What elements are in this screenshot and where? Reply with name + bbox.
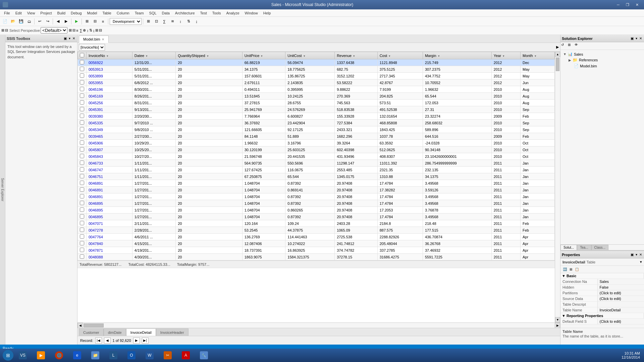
- props-value-defaultfield[interactable]: (Click to edit): [597, 319, 644, 324]
- table-row[interactable]: 00478714/19/201...2018.73739116.86392537…: [78, 247, 555, 254]
- table-row[interactable]: 00472782/28/201...2053.254544.378751065.…: [78, 227, 555, 234]
- tab-customer[interactable]: Customer: [79, 328, 104, 336]
- row-checkbox[interactable]: [80, 234, 84, 239]
- forward-btn[interactable]: ▶: [62, 18, 70, 25]
- t2-btn-10[interactable]: ⊟: [99, 28, 102, 33]
- row-checkbox[interactable]: [80, 73, 84, 78]
- row-checkbox[interactable]: [80, 67, 84, 71]
- taskbar-ssms-app[interactable]: ✂: [161, 350, 178, 361]
- t2-btn-7[interactable]: ⇅: [89, 28, 92, 33]
- row-checkbox[interactable]: [80, 114, 84, 118]
- table-row[interactable]: 00453919/13/201...2025.94176924.57626951…: [78, 106, 555, 113]
- props-value-connection[interactable]: Sales: [597, 279, 644, 285]
- new-project-btn[interactable]: 📄: [1, 18, 9, 25]
- row-checkbox[interactable]: [80, 254, 84, 259]
- table-row[interactable]: 00480884/30/201...201863.90751584.321375…: [78, 254, 555, 260]
- row-checkbox[interactable]: [80, 187, 84, 192]
- menu-file[interactable]: File: [1, 10, 13, 16]
- table-row[interactable]: 00393802/20/200...207.7669646.600827155.…: [78, 113, 555, 120]
- row-checkbox[interactable]: [80, 221, 84, 225]
- th-unitprice[interactable]: UnitPrice ▾: [242, 52, 285, 59]
- first-record-btn[interactable]: |◀: [95, 338, 102, 344]
- props-close-btn[interactable]: ✕: [639, 253, 643, 256]
- th-month[interactable]: Month ▾: [520, 52, 554, 59]
- save-all-btn[interactable]: 🗂: [25, 18, 33, 25]
- filter-up-icon[interactable]: ▾: [261, 54, 263, 58]
- props-sort-alpha-btn[interactable]: 🔤: [562, 267, 568, 271]
- th-year[interactable]: Year ▾: [491, 52, 520, 59]
- row-checkbox[interactable]: [80, 194, 84, 198]
- horizontal-scrollbar[interactable]: ◀ ▶: [77, 322, 560, 328]
- toolbar-more-2[interactable]: ⊡: [153, 18, 160, 25]
- menu-column[interactable]: Column: [114, 10, 132, 16]
- toolbar-more-1[interactable]: ⊞: [145, 18, 152, 25]
- ssis-dropdown-btn[interactable]: ▾: [68, 37, 71, 40]
- menu-edit[interactable]: Edit: [13, 10, 24, 16]
- open-btn[interactable]: 📂: [9, 18, 17, 25]
- th-margin[interactable]: Margin ▾: [423, 52, 491, 59]
- props-value-sourcedata[interactable]: (Click to edit): [597, 296, 644, 302]
- taskbar-lync-app[interactable]: L: [107, 350, 123, 361]
- th-invoiceno[interactable]: InvoiceNo ▾: [87, 52, 132, 59]
- menu-debug[interactable]: Debug: [68, 10, 84, 16]
- undo-btn[interactable]: ↩: [36, 18, 43, 25]
- menu-team[interactable]: Team: [132, 10, 147, 16]
- table-selector[interactable]: [InvoiceNo]: [79, 44, 105, 51]
- t2-btn-6[interactable]: ↕: [87, 28, 89, 33]
- sol-item-model-bim[interactable]: 📄 Model.bim: [573, 63, 643, 69]
- table-row[interactable]: 00477644/6/2011 ...20136.2769114.4414632…: [78, 234, 555, 240]
- row-checkbox[interactable]: [80, 134, 84, 138]
- row-checkbox[interactable]: [80, 80, 84, 84]
- server-explorer-tab[interactable]: Server Explorer: [0, 35, 5, 345]
- table-row[interactable]: 00467331/11/201...20564.90735550.5696112…: [78, 160, 555, 167]
- row-checkbox[interactable]: [80, 214, 84, 219]
- props-value-hidden[interactable]: False: [597, 285, 644, 290]
- menu-architecture[interactable]: Architecture: [172, 10, 198, 16]
- props-sort-cat-btn[interactable]: ⊞: [569, 267, 573, 271]
- row-checkbox[interactable]: [80, 201, 84, 205]
- row-checkbox[interactable]: [80, 120, 84, 125]
- scroll-track[interactable]: [555, 57, 560, 317]
- t2-btn-2[interactable]: ⊟: [72, 28, 75, 33]
- table-row[interactable]: 00468911/27/201...201.0487040.8739220.97…: [78, 180, 555, 187]
- row-checkbox[interactable]: [80, 248, 84, 252]
- row-checkbox[interactable]: [80, 228, 84, 232]
- row-checkbox[interactable]: [80, 207, 84, 212]
- t2-btn-9[interactable]: ⊞: [95, 28, 98, 33]
- filter-year-icon[interactable]: ▾: [503, 54, 504, 58]
- scroll-left-btn[interactable]: ◀: [77, 323, 83, 328]
- table-row[interactable]: 005692212/31/20...2066.8821956.094741337…: [78, 59, 555, 66]
- table-row[interactable]: 00468911/27/201...201.0487040.8739220.97…: [78, 193, 555, 200]
- taskbar-media-app[interactable]: ▶: [34, 350, 51, 361]
- taskbar-outlook-app[interactable]: O: [125, 350, 142, 361]
- start-button[interactable]: ⊞: [1, 349, 15, 361]
- row-checkbox[interactable]: [80, 154, 84, 158]
- tab-solution-explorer[interactable]: Solut...: [560, 245, 577, 250]
- scroll-down-btn[interactable]: ▼: [555, 317, 560, 322]
- ssis-close-btn[interactable]: ✕: [72, 37, 76, 40]
- table-row[interactable]: 00453499/8/2010 ...20121.6660592.1712524…: [78, 126, 555, 133]
- more-btn-2[interactable]: ⊟: [91, 18, 99, 25]
- filter-cost-icon[interactable]: ▾: [389, 54, 390, 58]
- row-checkbox[interactable]: [80, 87, 84, 91]
- props-pin-btn[interactable]: ▣: [630, 253, 634, 256]
- table-row[interactable]: 00467471/11/201...20127.67425116.0675255…: [78, 167, 555, 173]
- filter-datee-icon[interactable]: ▾: [146, 54, 148, 58]
- tab-invoiceheader[interactable]: InvoiceHeader: [156, 328, 189, 336]
- table-row[interactable]: 00453359/7/2010 ...2036.3769223.44290472…: [78, 120, 555, 126]
- next-record-btn[interactable]: ▶: [133, 338, 140, 344]
- menu-analyze[interactable]: Analyze: [223, 10, 242, 16]
- filter-month-icon[interactable]: ▾: [535, 54, 536, 58]
- table-row[interactable]: 004580710/25/20...2030.12019925.60312560…: [78, 146, 555, 153]
- table-scroll-area[interactable]: InvoiceNo ▾ Datee ▾ QuantityShipped ▾ Un…: [77, 52, 555, 322]
- t2-btn-8[interactable]: ↨: [93, 28, 95, 33]
- model-bim-tab-close[interactable]: ✕: [102, 38, 104, 41]
- filter-invoiceno-icon[interactable]: ▾: [107, 54, 108, 58]
- table-row[interactable]: 00478404/15/201...2012.08740610.27402224…: [78, 240, 555, 247]
- model-bim-tab[interactable]: Model.bim ✕: [79, 36, 109, 43]
- scroll-up-btn[interactable]: ▲: [555, 52, 560, 57]
- props-value-tabledesc[interactable]: [597, 302, 644, 307]
- table-row[interactable]: 00468951/27/201...201.0487040.8739220.97…: [78, 214, 555, 220]
- th-quantityshipped[interactable]: QuantityShipped ▾: [176, 52, 242, 59]
- table-row[interactable]: 004584310/27/20...2021.59674820.44153543…: [78, 153, 555, 160]
